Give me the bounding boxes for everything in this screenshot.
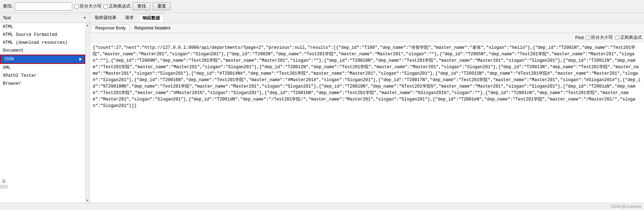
case-sensitive-label: 区分大小写 <box>80 3 101 9</box>
case-sensitive-checkbox[interactable] <box>74 4 79 9</box>
menu-item-xml[interactable]: XML <box>0 64 85 72</box>
find-label: 查找: <box>3 3 13 9</box>
reset-button[interactable]: 重置 <box>153 3 171 10</box>
find-case-label: 区分大小写 <box>591 34 613 41</box>
find-regex-checkbox[interactable] <box>615 36 619 40</box>
menu-item-document[interactable]: Document <box>0 47 85 55</box>
scroll-up-icon[interactable]: ▲ <box>86 23 89 28</box>
right-panel: 取样器结果请求响应数据 Response BodyResponse header… <box>90 13 644 203</box>
left-panel-title: Text <box>3 15 11 20</box>
toolbar: 查找: 区分大小写 正则表达式 查找 重置 <box>0 0 644 13</box>
menu-item-xpath2-tester[interactable]: XPath2 Tester <box>0 72 85 80</box>
regex-label: 正则表达式 <box>109 3 130 9</box>
left-panel: Text ▼ HTMLHTML Source FormattedHTML (do… <box>0 13 90 203</box>
scroll-down-icon[interactable]: ▼ <box>86 198 89 203</box>
find-button[interactable]: 查找 <box>133 3 151 10</box>
side-label: 度 <box>0 185 8 188</box>
sub-tabs: Response BodyResponse headers <box>90 23 644 33</box>
find-case-group: 区分大小写 <box>586 34 613 41</box>
left-panel-header[interactable]: Text ▼ <box>0 13 89 23</box>
content-area: Text ▼ HTMLHTML Source FormattedHTML (do… <box>0 13 644 203</box>
regex-group: 正则表达式 <box>104 3 130 9</box>
dropdown-arrow-icon: ▼ <box>83 16 87 20</box>
bottom-bar: CSDN-@:Concerto <box>0 203 644 210</box>
tab-sample-result[interactable]: 取样器结果 <box>91 14 120 22</box>
scroll-indicator: ▲ ▼ <box>85 23 89 203</box>
menu-item-html-source-formatted[interactable]: HTML Source Formatted <box>0 31 85 39</box>
main-tabs: 取样器结果请求响应数据 <box>90 13 644 23</box>
find-input[interactable] <box>15 3 72 10</box>
find-case-checkbox[interactable] <box>586 36 590 40</box>
menu-item-json[interactable]: JSON <box>0 55 85 64</box>
response-body-content[interactable]: {"count":27,"next":"http://127.0.0.1:800… <box>90 42 644 203</box>
regex-checkbox[interactable] <box>104 4 108 9</box>
menu-item-browser[interactable]: Browser <box>0 80 85 88</box>
sub-tab-response-body[interactable]: Response Body <box>91 24 130 32</box>
case-sensitive-group: 区分大小写 <box>74 3 101 9</box>
menu-item-html[interactable]: HTML <box>0 23 85 31</box>
tab-request[interactable]: 请求 <box>121 14 137 22</box>
tab-response-data[interactable]: 响应数据 <box>139 14 164 22</box>
find-bar-label: Find <box>575 35 584 40</box>
find-regex-group: 正则表达式 <box>615 34 642 41</box>
find-regex-label: 正则表达式 <box>620 34 642 41</box>
find-bar: Find 区分大小写 正则表达式 <box>90 33 644 42</box>
sub-tab-response-headers[interactable]: Response headers <box>130 24 175 32</box>
menu-list: HTMLHTML Source FormattedHTML (download … <box>0 23 85 203</box>
menu-item-html-download[interactable]: HTML (download resources) <box>0 39 85 47</box>
main-container: 查找: 区分大小写 正则表达式 查找 重置 Text ▼ HTMLHTML So… <box>0 0 644 210</box>
watermark-text: CSDN-@:Concerto <box>611 205 641 209</box>
